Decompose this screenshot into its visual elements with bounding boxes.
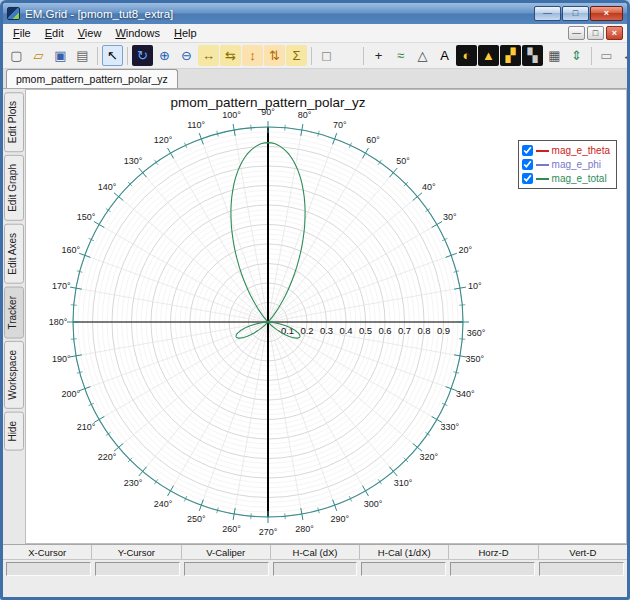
toolbar-separator	[127, 47, 128, 65]
legend-checkbox-mag-e-phi[interactable]	[522, 159, 533, 170]
side-tab-tracker[interactable]: Tracker	[4, 287, 24, 339]
svg-text:290°: 290°	[330, 514, 349, 524]
cursor-value-y-cursor	[95, 562, 180, 576]
pointer-button[interactable]: ↖	[102, 45, 123, 66]
cursor-header-x-cursor: X-Cursor	[3, 545, 92, 559]
svg-text:310°: 310°	[394, 478, 413, 488]
svg-text:220°: 220°	[98, 452, 117, 462]
close-button[interactable]: ×	[590, 6, 623, 21]
print-button[interactable]: ▤	[72, 45, 93, 66]
svg-text:350°: 350°	[465, 354, 484, 364]
open-folder-button[interactable]: ▱	[28, 45, 49, 66]
svg-text:360°: 360°	[467, 328, 486, 338]
triangle-button[interactable]: △	[412, 45, 433, 66]
document-tab-bar: pmom_pattern_pattern_polar_yz	[3, 69, 627, 89]
style-dark-1-button[interactable]: ◐	[456, 45, 477, 66]
menu-item-windows[interactable]: Windows	[108, 25, 167, 41]
cursor-readout-bar: X-CursorY-CursorV-CaliperH-Cal (dX)H-Cal…	[3, 544, 627, 597]
side-tab-edit-plots[interactable]: Edit Plots	[4, 92, 24, 152]
new-document-button[interactable]: ▢	[6, 45, 27, 66]
svg-text:40°: 40°	[422, 182, 436, 192]
side-tab-hide[interactable]: Hide	[4, 412, 24, 451]
menu-item-view[interactable]: View	[71, 25, 109, 41]
toolbar-separator	[97, 47, 98, 65]
legend-item-mag-e-theta[interactable]: mag_e_theta	[522, 144, 610, 157]
span-button[interactable]: ↔	[618, 45, 627, 66]
legend-checkbox-mag-e-total[interactable]	[522, 173, 533, 184]
window-controls: — □ ×	[534, 6, 623, 21]
svg-text:10°: 10°	[468, 281, 482, 291]
menu-item-edit[interactable]: Edit	[38, 25, 71, 41]
maximize-button[interactable]: □	[562, 6, 589, 21]
svg-text:0.5: 0.5	[359, 325, 372, 336]
mdi-restore-button[interactable]: □	[587, 26, 604, 40]
cursor-headers-row: X-CursorY-CursorV-CaliperH-Cal (dX)H-Cal…	[3, 545, 627, 560]
fit-horizontal-button[interactable]: ↔	[198, 45, 219, 66]
tab-pmom-pattern-pattern-polar-yz[interactable]: pmom_pattern_pattern_polar_yz	[6, 69, 178, 88]
svg-text:0.3: 0.3	[320, 325, 333, 336]
save-button[interactable]: ▣	[50, 45, 71, 66]
main-area: Edit PlotsEdit GraphEdit AxesTrackerWork…	[3, 89, 627, 544]
cursor-header-vert-d: Vert-D	[539, 545, 627, 559]
svg-text:pmom_pattern_pattern_polar_yz: pmom_pattern_pattern_polar_yz	[170, 95, 365, 110]
style-dark-2-button[interactable]: ▲	[478, 45, 499, 66]
menu-bar: FileEditViewWindowsHelp — □ ×	[3, 24, 627, 43]
svg-text:0.6: 0.6	[378, 325, 391, 336]
svg-text:50°: 50°	[396, 156, 410, 166]
blank-button[interactable]	[338, 45, 359, 66]
crosshair-button[interactable]: +	[368, 45, 389, 66]
legend-label: mag_e_total	[552, 173, 607, 184]
app-window: EM.Grid - [pmom_tut8_extra] — □ × FileEd…	[0, 0, 630, 600]
cursor-value-vert-d	[539, 562, 624, 576]
svg-text:250°: 250°	[187, 514, 206, 524]
menu-items: FileEditViewWindowsHelp	[6, 25, 204, 41]
zoom-in-button[interactable]: ⊕	[154, 45, 175, 66]
style-dark-4-button[interactable]: ▚	[522, 45, 543, 66]
plot-area[interactable]: 10°20°30°40°50°60°70°80°90°100°110°120°1…	[25, 89, 627, 544]
legend-label: mag_e_phi	[552, 159, 601, 170]
legend-item-mag-e-phi[interactable]: mag_e_phi	[522, 158, 610, 171]
zoom-out-button[interactable]: ⊖	[176, 45, 197, 66]
tracker-button[interactable]: ≈	[390, 45, 411, 66]
style-dark-3-button[interactable]: ▞	[500, 45, 521, 66]
grid-button[interactable]: ▦	[544, 45, 565, 66]
side-tab-workspace[interactable]: Workspace	[4, 341, 24, 409]
titlebar[interactable]: EM.Grid - [pmom_tut8_extra] — □ ×	[3, 3, 627, 24]
svg-text:280°: 280°	[295, 524, 314, 534]
legend-box: mag_e_thetamag_e_phimag_e_total	[518, 140, 617, 189]
minimize-button[interactable]: —	[534, 6, 561, 21]
svg-text:110°: 110°	[187, 120, 205, 130]
sum-button[interactable]: Σ	[286, 45, 307, 66]
chart-title: pmom_pattern_pattern_polar_yz	[170, 95, 365, 110]
cursor-value-x-cursor	[6, 562, 91, 576]
menu-item-file[interactable]: File	[6, 25, 38, 41]
fit-vertical-button[interactable]: ↕	[242, 45, 263, 66]
slider-button[interactable]: ⇕	[566, 45, 587, 66]
side-tab-edit-graph[interactable]: Edit Graph	[4, 155, 24, 221]
cursor-values-row	[3, 560, 627, 579]
svg-text:160°: 160°	[61, 245, 80, 255]
cursor-value-v-caliper	[184, 562, 269, 576]
svg-text:0.9: 0.9	[437, 325, 450, 336]
text-label-button[interactable]: A	[434, 45, 455, 66]
mdi-minimize-button[interactable]: —	[568, 26, 585, 40]
mdi-close-button[interactable]: ×	[606, 26, 623, 40]
svg-text:0.2: 0.2	[300, 325, 313, 336]
svg-text:240°: 240°	[154, 499, 173, 509]
refresh-button[interactable]: ↻	[132, 45, 153, 66]
shrink-horizontal-button[interactable]: ⇆	[220, 45, 241, 66]
side-tab-edit-axes[interactable]: Edit Axes	[4, 224, 24, 284]
legend-label: mag_e_theta	[552, 145, 610, 156]
select-region-button[interactable]: ◻	[316, 45, 337, 66]
legend-checkbox-mag-e-theta[interactable]	[522, 145, 533, 156]
menu-item-help[interactable]: Help	[167, 25, 204, 41]
svg-text:200°: 200°	[61, 389, 80, 399]
legend-item-mag-e-total[interactable]: mag_e_total	[522, 172, 610, 185]
toolbar-separator	[311, 47, 312, 65]
shrink-vertical-button[interactable]: ⇅	[264, 45, 285, 66]
svg-text:340°: 340°	[456, 389, 475, 399]
svg-text:130°: 130°	[124, 156, 143, 166]
svg-text:210°: 210°	[77, 422, 96, 432]
cursor-value-h-cal-dx	[273, 562, 358, 576]
frame-button[interactable]: ▭	[596, 45, 617, 66]
